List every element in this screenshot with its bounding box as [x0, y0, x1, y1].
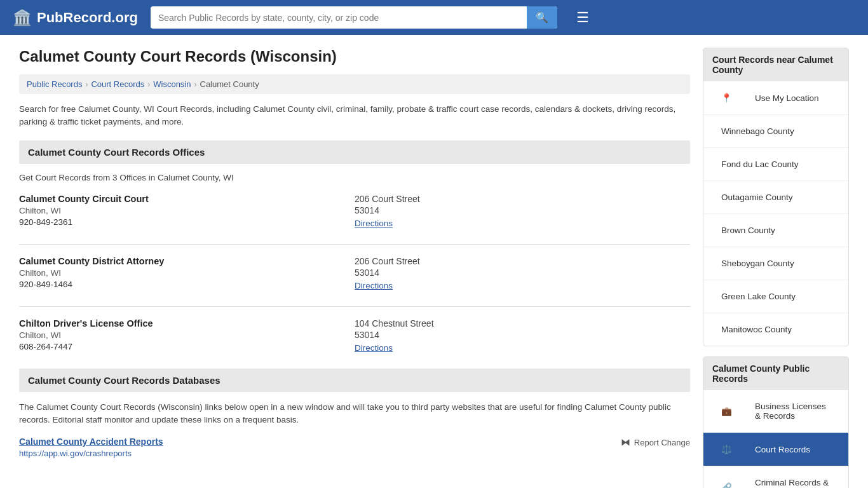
sidebar-county-0[interactable]: Winnebago County	[703, 114, 848, 147]
page-title: Calumet County Court Records (Wisconsin)	[19, 48, 690, 65]
pr-label-0: Business Licenses & Records	[746, 396, 839, 426]
breadcrumb-sep-3: ›	[194, 80, 197, 89]
office-name-2: Chilton Driver's License Office	[19, 318, 355, 329]
search-button[interactable]: 🔍	[527, 6, 557, 29]
office-phone-2: 608-264-7447	[19, 342, 355, 351]
sidebar-pr-0[interactable]: 💼 Business Licenses & Records	[703, 390, 848, 432]
directions-link-0[interactable]: Directions	[355, 219, 393, 228]
db-entry-0: Calumet County Accident Reports https://…	[19, 437, 690, 458]
main-container: Calumet County Court Records (Wisconsin)…	[0, 35, 868, 488]
page-description: Search for free Calumet County, WI Court…	[19, 103, 690, 129]
sidebar-use-location[interactable]: 📍 Use My Location	[703, 81, 848, 114]
office-phone-1: 920-849-1464	[19, 280, 355, 289]
county-label-3: Brown County	[712, 220, 784, 241]
pr-link-0[interactable]: 💼 Business Licenses & Records	[703, 390, 848, 432]
breadcrumb-public-records[interactable]: Public Records	[27, 79, 82, 89]
breadcrumb-wisconsin[interactable]: Wisconsin	[153, 79, 191, 89]
office-zip-2: 53014	[355, 330, 690, 340]
county-label-1: Fond du Lac County	[712, 154, 808, 175]
divider-1	[19, 244, 690, 245]
location-icon: 📍	[712, 87, 741, 109]
sidebar-nearby-box: Court Records near Calumet County 📍 Use …	[703, 48, 849, 346]
site-header: 🏛️ PubRecord.org 🔍 ☰	[0, 0, 868, 35]
sidebar-nearby-header: Court Records near Calumet County	[703, 48, 848, 81]
county-label-2: Outagamie County	[712, 187, 802, 208]
county-link-5[interactable]: Green Lake County	[703, 280, 848, 313]
menu-icon[interactable]: ☰	[576, 10, 589, 26]
pr-link-1[interactable]: ⚖️ Court Records	[703, 433, 848, 466]
office-right-1: 206 Court Street 53014 Directions	[355, 256, 690, 291]
report-change-label: Report Change	[634, 438, 690, 447]
office-phone-0: 920-849-2361	[19, 217, 355, 227]
use-location-link[interactable]: 📍 Use My Location	[703, 81, 848, 114]
logo-text: PubRecord.org	[37, 10, 138, 26]
county-label-0: Winnebago County	[712, 121, 803, 142]
county-link-0[interactable]: Winnebago County	[703, 115, 848, 147]
offices-section-header: Calumet County Court Records Offices	[19, 140, 690, 164]
offices-intro: Get Court Records from 3 Offices in Calu…	[19, 173, 690, 182]
site-logo[interactable]: 🏛️ PubRecord.org	[13, 9, 138, 27]
sidebar-county-1[interactable]: Fond du Lac County	[703, 147, 848, 180]
county-link-2[interactable]: Outagamie County	[703, 181, 848, 214]
office-entry-0: Calumet County Circuit Court Chilton, WI…	[19, 194, 690, 229]
pr-icon-0: 💼	[712, 400, 741, 422]
logo-icon: 🏛️	[13, 9, 32, 27]
databases-section-header: Calumet County Court Records Databases	[19, 369, 690, 392]
county-label-6: Manitowoc County	[712, 319, 801, 340]
breadcrumb-sep-1: ›	[85, 80, 88, 89]
search-bar: 🔍	[151, 6, 557, 29]
sidebar-county-2[interactable]: Outagamie County	[703, 180, 848, 214]
county-link-4[interactable]: Sheboygan County	[703, 247, 848, 280]
office-address-0: 206 Court Street	[355, 194, 690, 204]
report-change-button[interactable]: ⧓ Report Change	[621, 437, 690, 448]
office-entry-1: Calumet County District Attorney Chilton…	[19, 256, 690, 291]
county-label-5: Green Lake County	[712, 286, 804, 307]
db-entry-left: Calumet County Accident Reports https://…	[19, 437, 163, 458]
use-location-label: Use My Location	[746, 88, 828, 109]
pr-label-2: Criminal Records & Warrants	[746, 472, 839, 488]
pr-link-2[interactable]: 🔗 Criminal Records & Warrants	[703, 466, 848, 488]
office-right-2: 104 Chestnut Street 53014 Directions	[355, 318, 690, 353]
breadcrumb: Public Records › Court Records › Wiscons…	[19, 74, 690, 94]
databases-description: The Calumet County Court Records (Wiscon…	[19, 401, 690, 427]
office-address-1: 206 Court Street	[355, 256, 690, 266]
county-link-1[interactable]: Fond du Lac County	[703, 148, 848, 180]
office-address-2: 104 Chestnut Street	[355, 318, 690, 329]
main-content: Calumet County Court Records (Wisconsin)…	[19, 48, 690, 488]
db-url-0: https://app.wi.gov/crashreports	[19, 449, 163, 458]
divider-2	[19, 306, 690, 307]
pr-label-1: Court Records	[746, 439, 819, 460]
pr-icon-2: 🔗	[712, 477, 741, 488]
office-left-0: Calumet County Circuit Court Chilton, WI…	[19, 194, 355, 229]
office-entry-2: Chilton Driver's License Office Chilton,…	[19, 318, 690, 353]
office-city-2: Chilton, WI	[19, 330, 355, 340]
office-name-1: Calumet County District Attorney	[19, 256, 355, 266]
county-link-6[interactable]: Manitowoc County	[703, 313, 848, 346]
office-zip-1: 53014	[355, 268, 690, 278]
breadcrumb-current: Calumet County	[200, 79, 259, 89]
sidebar-nearby-list: 📍 Use My Location Winnebago County Fond …	[703, 81, 848, 346]
county-label-4: Sheboygan County	[712, 253, 803, 274]
office-right-0: 206 Court Street 53014 Directions	[355, 194, 690, 229]
db-link-0[interactable]: Calumet County Accident Reports	[19, 437, 163, 447]
sidebar-county-6[interactable]: Manitowoc County	[703, 313, 848, 346]
sidebar-pr-2[interactable]: 🔗 Criminal Records & Warrants	[703, 466, 848, 488]
report-change-icon: ⧓	[621, 437, 630, 448]
sidebar-county-3[interactable]: Brown County	[703, 214, 848, 247]
breadcrumb-sep-2: ›	[147, 80, 150, 89]
sidebar-county-5[interactable]: Green Lake County	[703, 280, 848, 313]
office-city-1: Chilton, WI	[19, 268, 355, 278]
sidebar-pr-1[interactable]: ⚖️ Court Records	[703, 432, 848, 466]
sidebar-county-4[interactable]: Sheboygan County	[703, 247, 848, 280]
sidebar-public-records-list: 💼 Business Licenses & Records ⚖️ Court R…	[703, 390, 848, 488]
sidebar-public-records-box: Calumet County Public Records 💼 Business…	[703, 356, 849, 488]
county-link-3[interactable]: Brown County	[703, 214, 848, 247]
breadcrumb-court-records[interactable]: Court Records	[91, 79, 144, 89]
office-zip-0: 53014	[355, 205, 690, 215]
office-name-0: Calumet County Circuit Court	[19, 194, 355, 204]
search-input[interactable]	[151, 8, 527, 28]
directions-link-2[interactable]: Directions	[355, 343, 393, 353]
pr-icon-1: ⚖️	[712, 438, 741, 460]
office-left-2: Chilton Driver's License Office Chilton,…	[19, 318, 355, 353]
directions-link-1[interactable]: Directions	[355, 281, 393, 290]
